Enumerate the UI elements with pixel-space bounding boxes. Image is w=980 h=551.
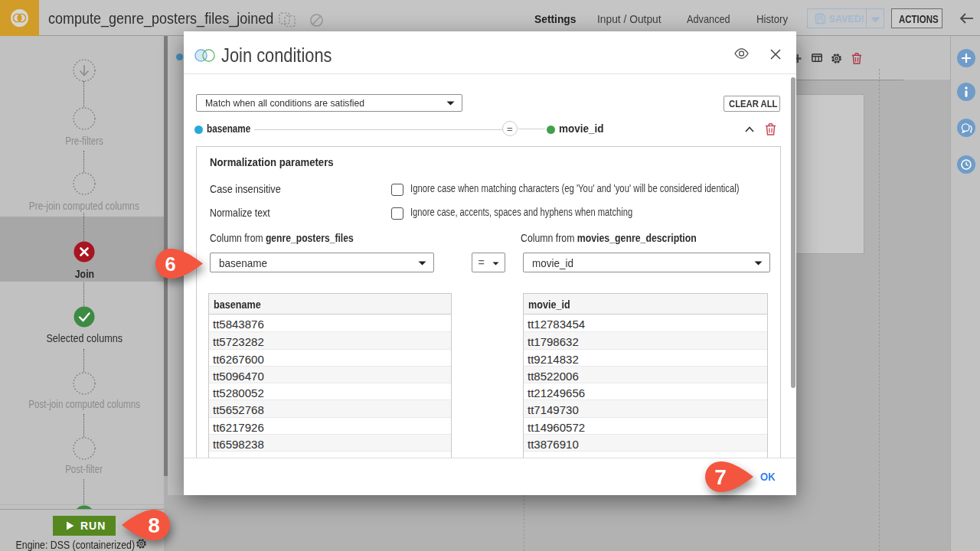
svg-text:6: 6 bbox=[165, 253, 175, 276]
svg-text:7: 7 bbox=[714, 465, 727, 489]
svg-text:8: 8 bbox=[148, 514, 160, 537]
